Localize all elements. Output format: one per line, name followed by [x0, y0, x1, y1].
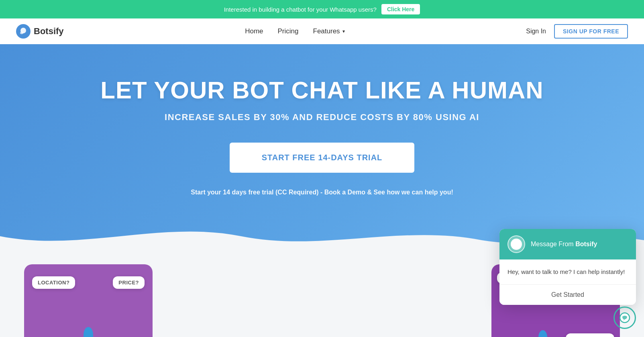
announcement-text: Interested in building a chatbot for you… — [224, 6, 377, 13]
logo-text: Botsify — [34, 26, 64, 37]
hero-subtext: Start your 14 days free trial (CC Requir… — [8, 189, 636, 196]
card-1-label-price: PRICE? — [113, 276, 145, 289]
chevron-down-icon: ▾ — [342, 29, 345, 34]
navbar: Botsify Home Pricing Features ▾ Sign In … — [0, 18, 644, 44]
chat-bubble-icon — [619, 312, 630, 323]
chat-float-button[interactable] — [613, 306, 636, 329]
hero-section: LET YOUR BOT CHAT LIKE A HUMAN INCREASE … — [0, 44, 644, 252]
navbar-nav: Home Pricing Features ▾ — [245, 27, 344, 35]
announcement-cta-button[interactable]: Click Here — [381, 4, 420, 14]
nav-link-features[interactable]: Features ▾ — [313, 27, 345, 35]
chat-message: Hey, want to talk to me? I can help inst… — [507, 268, 628, 277]
nav-item-home[interactable]: Home — [245, 27, 263, 35]
chat-cta-button[interactable]: Get Started — [499, 285, 636, 305]
card-2-label-shoptimings: SHOP TIMINGS? — [566, 333, 614, 337]
card-1-labels: LOCATION? PRICE? — [24, 264, 153, 337]
logo-icon — [16, 24, 31, 39]
hero-subheading: INCREASE SALES BY 30% AND REDUCE COSTS B… — [8, 112, 636, 123]
feature-card-1: LOCATION? PRICE? — [24, 264, 153, 337]
hero-heading: LET YOUR BOT CHAT LIKE A HUMAN — [8, 76, 636, 104]
nav-link-pricing[interactable]: Pricing — [278, 27, 299, 35]
chat-header: Message From Botsify — [499, 229, 636, 259]
announcement-bar: Interested in building a chatbot for you… — [0, 0, 644, 18]
chat-avatar-inner — [511, 239, 522, 250]
chat-header-text: Message From Botsify — [531, 241, 597, 248]
nav-item-pricing[interactable]: Pricing — [278, 27, 299, 35]
logo-link[interactable]: Botsify — [16, 24, 64, 39]
signin-link[interactable]: Sign In — [526, 28, 546, 35]
navbar-actions: Sign In SIGN UP FOR FREE — [526, 24, 628, 39]
svg-point-1 — [20, 32, 23, 34]
signup-button[interactable]: SIGN UP FOR FREE — [554, 24, 628, 39]
nav-item-features[interactable]: Features ▾ — [313, 27, 345, 35]
trial-cta-button[interactable]: START FREE 14-DAYS TRIAL — [230, 143, 415, 173]
chat-avatar — [507, 235, 525, 253]
card-1-label-location: LOCATION? — [32, 276, 75, 289]
chat-body: Hey, want to talk to me? I can help inst… — [499, 259, 636, 285]
nav-link-home[interactable]: Home — [245, 27, 263, 35]
chat-widget: Message From Botsify Hey, want to talk t… — [499, 229, 636, 305]
